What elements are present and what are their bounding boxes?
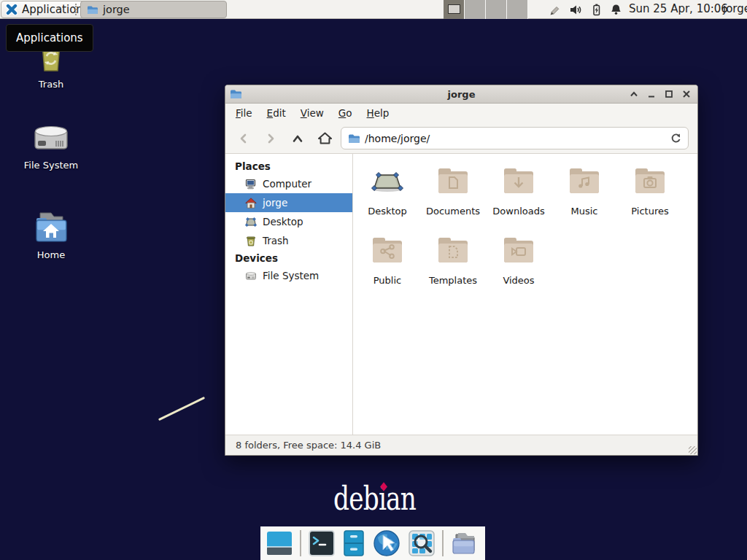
sidebar-item-jorge[interactable]: jorge	[225, 193, 352, 212]
sidebar-item-label: jorge	[263, 197, 287, 209]
dock-app-finder-button[interactable]	[408, 529, 436, 557]
sidebar-item-trash[interactable]: Trash	[225, 231, 352, 250]
folder-label: Videos	[503, 275, 534, 286]
dock-file-manager-button[interactable]	[342, 529, 365, 557]
up-button[interactable]	[287, 128, 308, 148]
folder-item-videos[interactable]: Videos	[487, 233, 551, 286]
sidebar-item-label: Desktop	[263, 216, 303, 228]
applications-menu-label: Applications	[22, 3, 89, 16]
xfce-logo-icon	[6, 4, 18, 15]
show-desktop-icon	[266, 529, 293, 557]
pictures-folder-icon	[632, 164, 667, 199]
computer-icon	[245, 179, 257, 190]
debian-logo-text: debian	[333, 480, 416, 517]
dock-separator	[442, 530, 444, 556]
debian-logo: debian	[333, 481, 416, 516]
workspace-window-thumb	[448, 4, 460, 14]
desktop-icon-home[interactable]: Home	[10, 210, 92, 260]
taskbar-window-label: jorge	[103, 4, 130, 15]
desktop-icon-label: Trash	[10, 79, 92, 90]
desktop-folder-icon	[370, 164, 405, 199]
folder-item-public[interactable]: Public	[355, 233, 419, 286]
minimize-button[interactable]	[646, 90, 656, 99]
tooltip-text: Applications	[16, 31, 83, 44]
shade-button[interactable]	[629, 90, 638, 99]
tasklist-grip[interactable]	[75, 4, 78, 15]
trash-small-icon	[245, 236, 257, 246]
dock-folder-icon	[450, 529, 478, 557]
desktop-icon	[245, 217, 257, 228]
panel-clock[interactable]: Sun 25 Apr, 10:06	[629, 0, 728, 19]
folder-item-templates[interactable]: Templates	[421, 233, 485, 286]
path-bar[interactable]	[341, 127, 689, 149]
folder-label: Downloads	[492, 206, 544, 217]
menu-help[interactable]: Help	[367, 107, 390, 119]
close-button[interactable]	[681, 90, 691, 99]
folder-label: Templates	[429, 275, 477, 286]
videos-folder-icon	[501, 233, 536, 268]
folder-label: Documents	[426, 206, 480, 217]
menu-go[interactable]: Go	[338, 107, 352, 119]
sidebar-item-computer[interactable]: Computer	[225, 174, 352, 193]
home-folder-icon	[30, 210, 72, 245]
workspace-1[interactable]	[444, 0, 465, 19]
workspace-3[interactable]	[486, 0, 507, 19]
workspace-switcher	[444, 0, 528, 19]
path-input[interactable]	[365, 133, 665, 144]
sidebar-header-devices: Devices	[225, 250, 352, 266]
bell-icon[interactable]	[610, 4, 622, 16]
dock-web-browser-button[interactable]	[372, 529, 401, 558]
workspace-4[interactable]	[507, 0, 528, 19]
dock-terminal-button[interactable]	[308, 529, 336, 557]
dock-show-desktop-button[interactable]	[266, 529, 293, 557]
folder-item-music[interactable]: Music	[552, 164, 616, 217]
maximize-button[interactable]	[664, 90, 673, 99]
top-panel: Applications jorge	[0, 0, 747, 19]
stylus-icon[interactable]	[549, 4, 561, 16]
panel-username[interactable]: jorge	[723, 0, 747, 19]
back-button[interactable]	[233, 128, 254, 148]
folder-item-desktop[interactable]: Desktop	[355, 164, 419, 217]
folder-item-pictures[interactable]: Pictures	[618, 164, 682, 217]
menu-file[interactable]: File	[236, 107, 252, 119]
folder-view[interactable]: Desktop Documents	[353, 154, 697, 435]
window-title: jorge	[225, 89, 697, 100]
folder-label: Public	[374, 275, 401, 286]
sidebar-item-label: File System	[263, 270, 319, 281]
wallpaper-stray-line	[158, 397, 205, 421]
sidebar: Places Computer	[225, 154, 353, 435]
folder-item-downloads[interactable]: Downloads	[487, 164, 551, 217]
folder-item-documents[interactable]: Documents	[421, 164, 485, 217]
sidebar-item-label: Trash	[263, 235, 289, 246]
window-titlebar[interactable]: jorge	[225, 85, 697, 104]
menu-view[interactable]: View	[301, 107, 324, 119]
folder-label: Desktop	[368, 206, 407, 217]
folder-icon	[87, 5, 98, 15]
forward-button[interactable]	[260, 128, 281, 148]
battery-icon[interactable]	[590, 4, 603, 16]
applications-tooltip: Applications	[6, 24, 93, 52]
resize-grip[interactable]	[689, 446, 697, 454]
downloads-folder-icon	[501, 164, 536, 199]
public-folder-icon	[370, 233, 405, 268]
status-text: 8 folders, Free space: 14.4 GiB	[236, 440, 381, 451]
dock-folder-button[interactable]	[450, 529, 478, 557]
volume-icon[interactable]	[570, 4, 582, 16]
drive-icon	[245, 271, 257, 281]
web-browser-icon	[372, 529, 401, 558]
sidebar-item-file-system[interactable]: File System	[225, 266, 352, 285]
dock	[260, 526, 485, 560]
file-manager-window: jorge File Edit View Go Help	[225, 85, 698, 456]
sidebar-item-desktop[interactable]: Desktop	[225, 212, 352, 231]
reload-icon[interactable]	[670, 133, 681, 144]
menu-edit[interactable]: Edit	[267, 107, 286, 119]
desktop-icon-label: File System	[10, 160, 92, 171]
taskbar-window-button[interactable]: jorge	[80, 1, 227, 18]
home-button[interactable]	[314, 128, 335, 148]
workspace-2[interactable]	[465, 0, 486, 19]
desktop-icon-file-system[interactable]: File System	[10, 122, 92, 171]
documents-folder-icon	[436, 164, 471, 199]
templates-folder-icon	[436, 233, 471, 268]
file-cabinet-icon	[342, 529, 365, 557]
menubar: File Edit View Go Help	[225, 104, 697, 122]
